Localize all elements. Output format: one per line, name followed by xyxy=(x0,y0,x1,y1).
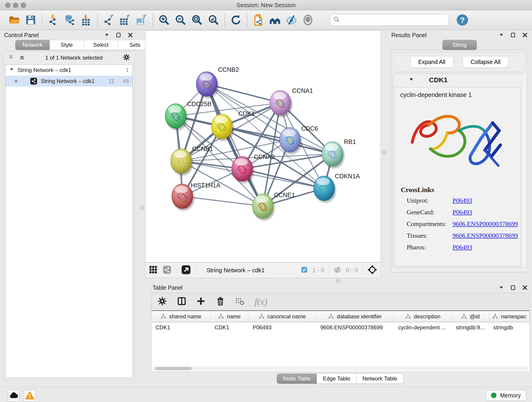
warning-button[interactable] xyxy=(24,390,36,402)
panel-menu-icon[interactable] xyxy=(104,32,109,38)
panel-close-icon[interactable] xyxy=(522,285,528,291)
edge[interactable] xyxy=(182,196,263,206)
share-view-icon[interactable] xyxy=(162,265,172,275)
double-house-button[interactable] xyxy=(267,13,283,27)
node-CDKN1A[interactable]: CDKN1A xyxy=(314,173,360,203)
fit-content-crosshair-icon[interactable] xyxy=(367,265,377,276)
panel-menu-icon[interactable] xyxy=(499,285,504,290)
crosslink-link[interactable]: P06493 xyxy=(452,209,472,216)
cloud-button[interactable] xyxy=(8,390,20,402)
search-box[interactable] xyxy=(330,14,449,26)
node-CDC6[interactable]: CDC6 xyxy=(279,125,318,154)
tab-style[interactable]: Style xyxy=(50,40,84,50)
refresh-button[interactable] xyxy=(228,13,244,27)
trash-icon[interactable] xyxy=(215,296,225,306)
scrollbar-thumb[interactable] xyxy=(155,367,192,370)
table-row[interactable]: CDK1CDK1P064939606.ENSP00000378699cyclin… xyxy=(152,322,530,333)
expand-all-button[interactable]: Expand All xyxy=(410,56,453,68)
edge[interactable] xyxy=(242,169,324,188)
table-cell[interactable]: CDK1 xyxy=(210,322,249,333)
grid-view-icon[interactable] xyxy=(149,265,158,275)
import-network-button[interactable] xyxy=(45,13,61,27)
delete-column-icon[interactable] xyxy=(215,296,225,307)
panel-float-icon[interactable] xyxy=(510,285,516,291)
tab-network-table[interactable]: Network Table xyxy=(356,374,404,384)
tab-select[interactable]: Select xyxy=(84,40,118,50)
save-button[interactable] xyxy=(22,13,39,27)
crosslink-link[interactable]: 9606.ENSP00000378699 xyxy=(452,220,518,227)
birdseye-view-icon[interactable] xyxy=(181,265,191,276)
search-input[interactable] xyxy=(340,17,446,23)
gear-dark-icon[interactable] xyxy=(157,296,167,306)
column-header-namespac[interactable]: namespac xyxy=(489,311,530,322)
help-button[interactable]: ? xyxy=(456,13,469,27)
tab-node-table[interactable]: Node Table xyxy=(277,374,317,384)
node-CCNB1[interactable]: CCNB1 xyxy=(171,146,213,176)
panel-close-icon[interactable] xyxy=(522,32,528,38)
node-HIST1H1A[interactable]: HIST1H1A xyxy=(172,182,220,211)
right-splitter-handle[interactable] xyxy=(382,150,386,155)
crosslink-link[interactable]: 9606.ENSP00000378699 xyxy=(452,232,518,239)
export-image-button[interactable] xyxy=(133,13,150,27)
share-chip-gray-icon[interactable] xyxy=(162,265,172,274)
table-cell[interactable]: CDK1 xyxy=(152,322,210,333)
zoom-in-button[interactable] xyxy=(156,13,172,27)
tri-down-icon[interactable] xyxy=(408,77,414,83)
expander-triangle-icon[interactable] xyxy=(9,67,14,73)
column-header-shared-name[interactable]: shared name xyxy=(152,311,210,322)
gear-dark-icon[interactable] xyxy=(123,53,130,61)
table-horizontal-scrollbar[interactable] xyxy=(153,366,529,370)
panel-float-icon[interactable] xyxy=(510,32,516,38)
table-cell[interactable]: 9606.ENSP00000378699 xyxy=(316,322,394,333)
collapse-all-button[interactable]: Collapse All xyxy=(462,56,509,68)
zoom-check-button[interactable] xyxy=(205,13,222,27)
gene-section-header[interactable]: CDK1 xyxy=(393,73,526,87)
node-CCNE1[interactable]: CCNE1 xyxy=(252,191,295,221)
grid9-icon[interactable] xyxy=(149,265,158,274)
import-table-button[interactable] xyxy=(78,13,94,27)
network-canvas[interactable]: CCNB2 CCNA1 CDC25B CDK1 CDC6 xyxy=(145,31,381,262)
memory-button[interactable]: Memory xyxy=(486,390,526,401)
chev-up-icon[interactable] xyxy=(19,54,25,61)
show-columns-icon[interactable] xyxy=(177,297,186,307)
table-cell[interactable]: stringdb:9... xyxy=(452,322,489,333)
panel-menu-icon[interactable] xyxy=(499,32,504,38)
column-header-description[interactable]: description xyxy=(394,311,452,322)
table-cell[interactable]: P06493 xyxy=(249,322,317,333)
panel-close-icon[interactable] xyxy=(127,32,133,38)
birdseye-icon[interactable] xyxy=(181,265,191,275)
document-share-button[interactable] xyxy=(250,13,267,27)
network-graph[interactable]: CCNB2 CCNA1 CDC25B CDK1 CDC6 xyxy=(146,31,380,262)
add-column-icon[interactable] xyxy=(196,297,206,307)
collapse-all-icon[interactable] xyxy=(7,54,14,62)
node-CDK1[interactable]: CDK1 xyxy=(211,110,255,141)
import-database-button[interactable] xyxy=(61,13,78,27)
left-splitter-handle[interactable] xyxy=(140,205,145,210)
table-cell[interactable]: stringdb xyxy=(489,322,530,333)
expand-all-icon[interactable] xyxy=(19,54,25,62)
table-cell[interactable]: cyclin-dependent ... xyxy=(394,322,452,333)
results-scrollbar[interactable] xyxy=(522,73,526,268)
zoom-out-button[interactable] xyxy=(172,13,189,27)
tab-edge-table[interactable]: Edge Table xyxy=(317,374,356,384)
tab-string[interactable]: String xyxy=(443,40,477,50)
column-header-name[interactable]: name xyxy=(210,311,249,322)
column-header-canonical-name[interactable]: canonical name xyxy=(248,311,316,322)
export-network-button[interactable] xyxy=(100,13,117,27)
node-RB1[interactable]: RB1 xyxy=(322,138,356,168)
columns-icon[interactable] xyxy=(177,297,186,306)
crosslink-link[interactable]: P06493 xyxy=(452,244,472,251)
gear-icon[interactable] xyxy=(123,53,130,62)
table-gear-icon[interactable] xyxy=(157,296,167,307)
checkbox-blue-icon[interactable] xyxy=(301,266,308,273)
zoom-fit-button[interactable] xyxy=(189,13,205,27)
open-folder-button[interactable] xyxy=(6,13,22,27)
column-header-database-identifier[interactable]: database identifier xyxy=(316,311,394,322)
chev-dn-icon[interactable] xyxy=(7,54,14,61)
collapse-triangle-icon[interactable] xyxy=(408,77,414,83)
tab-network[interactable]: Network xyxy=(15,40,50,50)
network-collection-row[interactable]: String Network – cdk11 xyxy=(6,65,133,76)
column-header--id[interactable]: @id xyxy=(452,311,489,322)
panel-float-icon[interactable] xyxy=(115,32,121,38)
plus-bold-icon[interactable] xyxy=(196,297,206,306)
